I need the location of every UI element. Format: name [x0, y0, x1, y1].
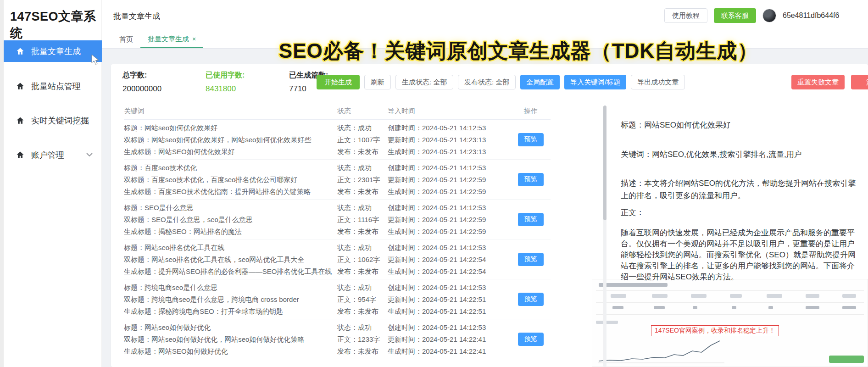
status-cell: 状态：成功 正文：1116字 发布：未发布 — [337, 202, 388, 238]
tutorial-button[interactable]: 使用教程 — [664, 8, 707, 23]
home-icon — [16, 47, 25, 56]
table-header: 关键词 状态 导入时间 操作 — [124, 103, 551, 120]
row-status: 状态：成功 — [337, 242, 388, 254]
sidebar-item-account[interactable]: 账户管理 — [0, 144, 102, 166]
chevron-down-icon — [86, 153, 93, 157]
row-updated-time: 更新时间：2024-05-21 14:22:41 — [388, 334, 511, 345]
row-generated-title: 生成标题：提升网站SEO排名的必备利器——SEO排名优化工具在线 — [124, 266, 337, 278]
preview-button[interactable]: 预览 — [518, 293, 544, 306]
app-logo: 147SEO文章系统 — [10, 8, 101, 41]
row-generated-title: 生成标题：网站SEO如何做好优化 — [124, 345, 337, 357]
scrollbar-thumb[interactable] — [603, 106, 606, 220]
user-id: 65e4811dfb644f6 — [783, 11, 868, 20]
tab-article-generation[interactable]: 批量文章生成 × — [140, 31, 203, 48]
action-cell: 预览 — [511, 242, 551, 277]
preview-body: 随着互联网的快速发展，网站已经成为企业展示产品和服务的重要平台。仅仅拥有一个美观… — [621, 228, 861, 283]
row-updated-time: 更新时间：2024-05-21 14:23:13 — [388, 134, 511, 146]
mini-col-header — [730, 294, 742, 298]
tab-label: 批量文章生成 — [148, 35, 189, 44]
status-cell: 状态：成功 正文：2301字 发布：未发布 — [337, 162, 388, 198]
avatar[interactable] — [762, 9, 776, 22]
keyword-cell: 标题：网站seo如何优化效果好 双标题：网站seo如何优化效果好，网站seo如何… — [124, 122, 337, 158]
row-publish-state: 发布：未发布 — [337, 345, 388, 357]
preview-button[interactable]: 预览 — [518, 333, 544, 346]
table-row: 标题：网站seo如何优化效果好 双标题：网站seo如何优化效果好，网站seo如何… — [124, 120, 551, 160]
table-body: 标题：网站seo如何优化效果好 双标题：网站seo如何优化效果好，网站seo如何… — [124, 120, 551, 359]
table-row: 标题：网站seo如何做好优化 双标题：网站seo如何做好优化，网站seo如何做好… — [124, 319, 551, 359]
import-keywords-button[interactable]: 导入关键词/标题 — [564, 75, 626, 89]
stat-label: 总字数: — [122, 71, 184, 80]
preview-button[interactable]: 预览 — [518, 213, 544, 226]
header-status: 状态 — [337, 107, 388, 116]
tab-close-icon[interactable]: × — [192, 35, 196, 43]
row-generated-title: 生成标题：百度SEO技术优化指南：提升网站排名的关键策略 — [124, 186, 337, 198]
mini-value — [654, 306, 665, 309]
row-publish-state: 发布：未发布 — [337, 226, 388, 238]
row-word-count: 正文：954字 — [337, 294, 388, 306]
preview-title: 标题：网站SEO如何优化效果好 — [621, 119, 861, 131]
row-updated-time: 更新时间：2024-05-21 14:22:59 — [388, 214, 511, 226]
export-success-button[interactable]: 导出成功文章 — [631, 75, 685, 89]
mini-col-header — [842, 294, 856, 298]
sidebar-item-label: 批量文章生成 — [31, 46, 81, 57]
publish-status-filter[interactable]: 发布状态: 全部 — [458, 75, 516, 89]
preview-button[interactable]: 预览 — [518, 253, 544, 266]
row-created-time: 创建时间：2024-05-21 14:12:53 — [388, 162, 511, 174]
stat-total-words: 总字数: 200000000 — [122, 71, 184, 94]
row-title: 标题：网站seo如何优化效果好 — [124, 122, 337, 134]
action-cell: 预览 — [511, 202, 551, 237]
row-double-title: 双标题：网站seo如何优化效果好，网站seo如何优化效果好些 — [124, 134, 337, 146]
tab-label: 首页 — [119, 35, 133, 44]
tab-home[interactable]: 首页 — [112, 31, 140, 48]
row-word-count: 正文：1233字 — [337, 334, 388, 345]
row-updated-time: 更新时间：2024-05-21 14:22:54 — [388, 254, 511, 266]
sidebar-item-article-generation[interactable]: 批量文章生成 — [0, 40, 102, 62]
sidebar-item-keyword-mining[interactable]: 实时关键词挖掘 — [0, 110, 102, 131]
keyword-cell: 标题：百度seo技术优化 双标题：百度seo技术优化，百度seo排名优化公司哪家… — [124, 162, 337, 198]
clear-articles-button[interactable]: 清空 — [851, 75, 868, 89]
sidebar-item-label: 账户管理 — [31, 150, 64, 161]
breadcrumb: 批量文章生成 — [113, 11, 160, 22]
row-created-time: 创建时间：2024-05-21 14:12:53 — [388, 122, 511, 134]
row-created-time: 创建时间：2024-05-21 14:12:53 — [388, 242, 511, 254]
time-cell: 创建时间：2024-05-21 14:12:53 更新时间：2024-05-21… — [388, 242, 511, 278]
case-annotation: 147SEO官网案例，收录和排名稳定上升！ — [651, 325, 779, 336]
refresh-button[interactable]: 刷新 — [364, 75, 391, 89]
sidebar-item-site-management[interactable]: 批量站点管理 — [0, 75, 102, 97]
mini-title-text — [599, 283, 668, 287]
sidebar-item-label: 批量站点管理 — [31, 81, 81, 92]
row-publish-state: 发布：未发布 — [337, 266, 388, 278]
row-double-title: 双标题：跨境电商seo是什么意思，跨境电商 cross border — [124, 294, 337, 306]
mini-col-header — [691, 294, 707, 298]
time-cell: 创建时间：2024-05-21 14:12:53 更新时间：2024-05-21… — [388, 202, 511, 238]
preview-button[interactable]: 预览 — [518, 173, 544, 186]
table-row: 标题：百度seo技术优化 双标题：百度seo技术优化，百度seo排名优化公司哪家… — [124, 160, 551, 200]
mini-value — [842, 306, 856, 309]
start-generation-button[interactable]: 开始生成 — [317, 75, 360, 89]
window-edge — [0, 0, 4, 367]
reset-failed-button[interactable]: 重置失败文章 — [791, 75, 845, 89]
article-preview-pane: 标题：网站SEO如何优化效果好 关键词：网站SEO,优化效果,搜索引擎排名,流量… — [621, 119, 861, 283]
preview-button[interactable]: 预览 — [518, 133, 544, 146]
row-double-title: 双标题：百度seo技术优化，百度seo排名优化公司哪家好 — [124, 174, 337, 186]
status-cell: 状态：成功 正文：1233字 发布：未发布 — [337, 322, 388, 357]
stat-used-words: 已使用字数: 8431800 — [206, 71, 267, 94]
action-cell: 预览 — [511, 122, 551, 157]
sidebar-item-label: 实时关键词挖掘 — [31, 115, 89, 126]
vertical-scrollbar[interactable] — [603, 106, 606, 367]
row-generated-time: 生成时间：2024-05-21 14:22:51 — [388, 306, 511, 317]
row-generated-time: 生成时间：2024-05-21 14:22:59 — [388, 186, 511, 198]
time-cell: 创建时间：2024-05-21 14:12:53 更新时间：2024-05-21… — [388, 122, 511, 158]
preview-keywords: 关键词：网站SEO,优化效果,搜索引擎排名,流量,用户 — [621, 149, 861, 161]
generation-status-filter[interactable]: 生成状态: 全部 — [395, 75, 453, 89]
header-action: 操作 — [511, 107, 551, 116]
row-generated-time: 生成时间：2024-05-21 14:23:13 — [388, 146, 511, 158]
global-config-button[interactable]: 全局配置 — [520, 75, 560, 89]
row-word-count: 正文：1007字 — [337, 134, 388, 146]
keyword-cell: 标题：网站seo如何做好优化 双标题：网站seo如何做好优化，网站seo如何做好… — [124, 322, 337, 357]
contact-support-button[interactable]: 联系客服 — [714, 8, 756, 23]
sidebar: 147SEO文章系统 批量文章生成 批量站点管理 实时关键词挖掘 账户管理 — [0, 0, 102, 367]
topbar-right: 使用教程 联系客服 65e4811dfb644f6 — [664, 0, 868, 31]
row-generated-title: 生成标题：探秘跨境电商SEO：打开全球市场的钥匙 — [124, 306, 337, 317]
mini-col-header — [806, 294, 819, 298]
